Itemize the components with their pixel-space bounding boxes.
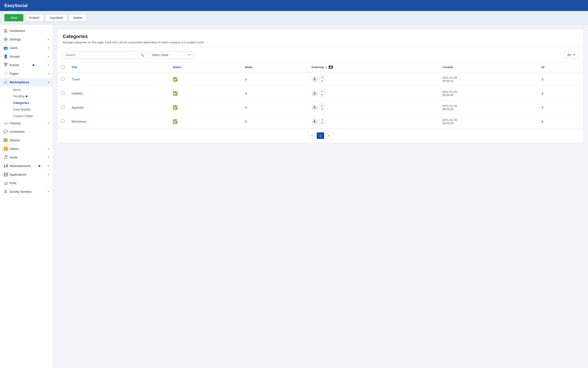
col-status-label: Status	[173, 65, 181, 69]
sidebar-label-themes: Themes	[10, 121, 21, 125]
home-icon: 🏠	[3, 28, 8, 33]
sidebar-item-users[interactable]: 👥 Users ▾	[0, 44, 53, 52]
row-checkbox[interactable]	[61, 77, 65, 81]
polls-icon: 📊	[3, 181, 8, 185]
sidebar-label-activity-streams: Activity Streams	[10, 190, 32, 193]
order-down-button[interactable]: ▼	[320, 121, 325, 125]
users-icon: 👥	[3, 46, 8, 50]
sidebar-item-dashboard[interactable]: 🏠 Dashboard	[0, 26, 53, 35]
order-buttons: ▲ ▼	[320, 75, 325, 83]
sidebar-item-applications[interactable]: ⬇️ Applications ▾	[0, 170, 53, 179]
chevron-down-icon: ▾	[48, 165, 49, 167]
page-1-button[interactable]: 1	[317, 132, 324, 139]
sidebar-item-pages[interactable]: 📄 Pages ▾	[0, 69, 53, 78]
row-title-link[interactable]: Hobbies	[72, 92, 83, 95]
delete-button[interactable]: Delete	[69, 14, 86, 21]
row-checkbox[interactable]	[61, 119, 65, 123]
order-up-button[interactable]: ▲	[320, 104, 325, 108]
row-title-link[interactable]: Travel	[72, 78, 80, 81]
sidebar-label-users: Users	[10, 46, 18, 50]
pages-icon: 📄	[3, 72, 8, 76]
order-number: 5	[312, 104, 318, 110]
sidebar: 🏠 Dashboard ⚙️ Settings ▾ 👥 Users ▾ 👤 Gr…	[0, 25, 53, 368]
sidebar-item-activity-streams[interactable]: ☰ Activity Streams ▾	[0, 187, 53, 196]
col-status[interactable]: Status	[169, 63, 241, 72]
order-number: 4	[312, 90, 318, 97]
sidebar-item-comments[interactable]: 💬 Comments	[0, 127, 53, 136]
unpublish-button[interactable]: Unpublish	[45, 14, 67, 21]
chevron-down-icon: ▾	[48, 190, 49, 193]
sidebar-item-videos[interactable]: ▶️ Videos ▾	[0, 144, 53, 153]
order-buttons: ▲ ▼	[320, 118, 325, 125]
row-ordering-cell: 5 ▲ ▼	[308, 101, 439, 115]
main-content: Categories Manage categories on this pag…	[53, 25, 588, 368]
order-down-button[interactable]: ▼	[320, 93, 325, 97]
row-ordering-cell: 3 ▲ ▼	[308, 72, 439, 86]
sidebar-label-albums: Albums	[10, 138, 20, 142]
row-checkbox[interactable]	[61, 91, 65, 95]
sidebar-item-events[interactable]: 📅 Events ▾	[0, 61, 53, 69]
row-items-cell: 0	[242, 86, 308, 101]
sidebar-label-dashboard: Dashboard	[10, 29, 25, 33]
sidebar-sub-item-pending[interactable]: Pending	[10, 93, 53, 100]
sidebar-item-albums[interactable]: 🖼️ Albums	[0, 136, 53, 144]
chevron-down-icon: ▾	[48, 55, 49, 58]
row-status-cell: ✅	[169, 101, 241, 115]
albums-icon: 🖼️	[3, 138, 8, 142]
row-created-cell: 2021-01-2609:54:32	[439, 72, 538, 86]
filters-bar: 🔍 Select State 20	[57, 48, 583, 63]
row-title-link[interactable]: Electronics	[72, 120, 86, 123]
row-checkbox[interactable]	[61, 105, 65, 109]
sidebar-item-advertisements[interactable]: 📢 Advertisements ▾	[0, 162, 53, 170]
row-created-cell: 2021-01-2609:55:05	[439, 101, 538, 115]
sidebar-label-comments: Comments	[10, 130, 25, 133]
header-row: Title Status Items Orderin	[57, 63, 583, 72]
new-button[interactable]: New	[4, 14, 23, 21]
next-page-button[interactable]: »	[325, 132, 332, 139]
applications-icon: ⬇️	[3, 172, 8, 176]
row-status-cell: ✅	[169, 115, 241, 129]
app-logo: EasySocial	[4, 3, 28, 8]
table-row: Hobbies ✅ 0 4 ▲ ▼ 2021-01-2609:54:45 4	[57, 86, 583, 101]
status-published-icon: ✅	[173, 105, 178, 110]
row-id-cell: 5	[538, 101, 583, 115]
chevron-down-icon: ▾	[48, 38, 49, 41]
search-icon: 🔍	[140, 53, 144, 57]
order-down-button[interactable]: ▼	[320, 79, 325, 83]
select-all-checkbox[interactable]	[61, 65, 65, 69]
sidebar-item-audio[interactable]: 🎵 Audio ▾	[0, 153, 53, 162]
order-up-button[interactable]: ▲	[320, 76, 325, 79]
prev-page-button[interactable]: «	[308, 132, 316, 139]
sidebar-item-settings[interactable]: ⚙️ Settings ▾	[0, 35, 53, 44]
row-id-cell: 4	[538, 86, 583, 101]
sidebar-item-polls[interactable]: 📊 Polls	[0, 179, 53, 187]
chevron-down-icon: ▾	[48, 64, 49, 67]
publish-button[interactable]: Publish	[25, 14, 44, 21]
sidebar-label-groups: Groups	[10, 55, 20, 58]
sidebar-sub-item-categories[interactable]: Categories	[10, 100, 53, 106]
order-down-button[interactable]: ▼	[320, 108, 325, 111]
col-id[interactable]: ID	[538, 63, 583, 72]
sidebar-sub-item-custom-fields[interactable]: Custom Fields	[10, 113, 53, 119]
col-created[interactable]: Created	[439, 63, 538, 72]
per-page-select[interactable]: 20	[564, 51, 578, 59]
order-buttons: ▲ ▼	[320, 90, 325, 97]
sidebar-item-marketplaces[interactable]: 🛒 Marketplaces ▴	[0, 78, 53, 86]
order-up-button[interactable]: ▲	[320, 118, 325, 121]
row-title-link[interactable]: Apparels	[72, 106, 84, 109]
col-title[interactable]: Title	[68, 63, 169, 72]
sidebar-item-themes[interactable]: </> Themes ▾	[0, 119, 53, 127]
table: Title Status Items Orderin	[57, 63, 583, 129]
col-ordering[interactable]: Ordering ▲ 💾	[308, 63, 439, 72]
select-state-dropdown[interactable]: Select State	[149, 51, 193, 59]
save-order-icon[interactable]: 💾	[329, 65, 333, 69]
ads-dot	[38, 165, 40, 167]
order-up-button[interactable]: ▲	[320, 90, 325, 93]
row-created-cell: 2021-01-2609:55:20	[439, 115, 538, 129]
sidebar-label-videos: Videos	[10, 147, 19, 151]
sidebar-sub-item-form-builder[interactable]: Form Builder	[10, 106, 53, 113]
search-input[interactable]	[63, 51, 146, 59]
sidebar-item-groups[interactable]: 👤 Groups ▾	[0, 52, 53, 61]
row-id-cell: 3	[538, 72, 583, 86]
sidebar-sub-item-items[interactable]: Items	[10, 86, 53, 93]
